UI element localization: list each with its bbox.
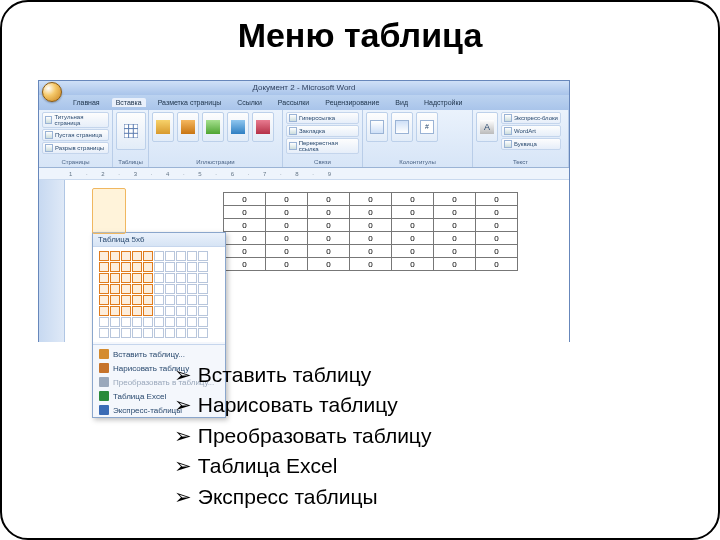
textbox-button[interactable]: A	[476, 112, 498, 142]
grid-picker-cell[interactable]	[110, 284, 120, 294]
grid-picker-cell[interactable]	[198, 306, 208, 316]
grid-picker-cell[interactable]	[143, 273, 153, 283]
grid-picker-cell[interactable]	[198, 328, 208, 338]
grid-picker-cell[interactable]	[143, 295, 153, 305]
grid-picker-cell[interactable]	[110, 306, 120, 316]
grid-picker-cell[interactable]	[165, 273, 175, 283]
grid-picker-cell[interactable]	[121, 284, 131, 294]
grid-picker-cell[interactable]	[99, 317, 109, 327]
grid-picker-cell[interactable]	[143, 306, 153, 316]
grid-picker-cell[interactable]	[143, 262, 153, 272]
smartart-button[interactable]	[227, 112, 249, 142]
grid-picker-cell[interactable]	[110, 251, 120, 261]
shapes-button[interactable]	[202, 112, 224, 142]
grid-picker-cell[interactable]	[99, 251, 109, 261]
grid-picker-cell[interactable]	[187, 262, 197, 272]
grid-picker-cell[interactable]	[110, 262, 120, 272]
grid-picker-cell[interactable]	[154, 306, 164, 316]
ribbon-tab[interactable]: Вставка	[112, 98, 146, 107]
grid-picker-cell[interactable]	[143, 251, 153, 261]
ribbon-small-button[interactable]: Экспресс-блоки	[501, 112, 561, 124]
footer-button[interactable]	[391, 112, 413, 142]
grid-picker-cell[interactable]	[110, 328, 120, 338]
grid-picker-cell[interactable]	[99, 284, 109, 294]
office-orb-icon[interactable]	[42, 82, 62, 102]
grid-picker-cell[interactable]	[121, 317, 131, 327]
grid-picker-cell[interactable]	[132, 273, 142, 283]
grid-picker-cell[interactable]	[99, 328, 109, 338]
grid-picker-cell[interactable]	[198, 273, 208, 283]
grid-picker-cell[interactable]	[187, 273, 197, 283]
table-menu-item[interactable]: Вставить таблицу...	[93, 347, 225, 361]
table-grid-picker[interactable]	[93, 247, 225, 342]
grid-picker-cell[interactable]	[187, 317, 197, 327]
grid-picker-cell[interactable]	[143, 328, 153, 338]
grid-picker-cell[interactable]	[99, 295, 109, 305]
grid-picker-cell[interactable]	[121, 251, 131, 261]
ribbon-small-button[interactable]: WordArt	[501, 125, 561, 137]
grid-picker-cell[interactable]	[132, 317, 142, 327]
header-button[interactable]	[366, 112, 388, 142]
chart-button[interactable]	[252, 112, 274, 142]
grid-picker-cell[interactable]	[176, 328, 186, 338]
grid-picker-cell[interactable]	[121, 273, 131, 283]
ribbon-tab[interactable]: Разметка страницы	[154, 98, 226, 107]
grid-picker-cell[interactable]	[121, 328, 131, 338]
grid-picker-cell[interactable]	[176, 306, 186, 316]
grid-picker-cell[interactable]	[187, 306, 197, 316]
grid-picker-cell[interactable]	[165, 317, 175, 327]
ribbon-small-button[interactable]: Титульная страница	[42, 112, 109, 128]
ribbon-small-button[interactable]: Разрыв страницы	[42, 142, 109, 154]
grid-picker-cell[interactable]	[132, 262, 142, 272]
grid-picker-cell[interactable]	[154, 295, 164, 305]
grid-picker-cell[interactable]	[176, 317, 186, 327]
grid-picker-cell[interactable]	[176, 273, 186, 283]
grid-picker-cell[interactable]	[198, 284, 208, 294]
ribbon-tab[interactable]: Ссылки	[233, 98, 266, 107]
grid-picker-cell[interactable]	[99, 273, 109, 283]
grid-picker-cell[interactable]	[187, 251, 197, 261]
grid-picker-cell[interactable]	[165, 262, 175, 272]
table-button[interactable]	[116, 112, 146, 150]
ribbon-tab[interactable]: Рецензирование	[321, 98, 383, 107]
grid-picker-cell[interactable]	[198, 262, 208, 272]
grid-picker-cell[interactable]	[143, 284, 153, 294]
grid-picker-cell[interactable]	[165, 251, 175, 261]
grid-picker-cell[interactable]	[165, 295, 175, 305]
grid-picker-cell[interactable]	[154, 273, 164, 283]
grid-picker-cell[interactable]	[121, 306, 131, 316]
grid-picker-cell[interactable]	[154, 262, 164, 272]
grid-picker-cell[interactable]	[176, 295, 186, 305]
ribbon-small-button[interactable]: Гиперссылка	[286, 112, 359, 124]
grid-picker-cell[interactable]	[198, 317, 208, 327]
grid-picker-cell[interactable]	[187, 284, 197, 294]
grid-picker-cell[interactable]	[165, 284, 175, 294]
ribbon-small-button[interactable]: Перекрестная ссылка	[286, 138, 359, 154]
grid-picker-cell[interactable]	[99, 262, 109, 272]
ribbon-tab[interactable]: Вид	[391, 98, 412, 107]
grid-picker-cell[interactable]	[121, 262, 131, 272]
ribbon-tab[interactable]: Надстройки	[420, 98, 466, 107]
grid-picker-cell[interactable]	[165, 306, 175, 316]
grid-picker-cell[interactable]	[165, 328, 175, 338]
grid-picker-cell[interactable]	[154, 251, 164, 261]
grid-picker-cell[interactable]	[99, 306, 109, 316]
grid-picker-cell[interactable]	[198, 295, 208, 305]
grid-picker-cell[interactable]	[110, 317, 120, 327]
grid-picker-cell[interactable]	[176, 262, 186, 272]
grid-picker-cell[interactable]	[187, 295, 197, 305]
grid-picker-cell[interactable]	[132, 328, 142, 338]
ribbon-small-button[interactable]: Пустая страница	[42, 129, 109, 141]
grid-picker-cell[interactable]	[132, 284, 142, 294]
grid-picker-cell[interactable]	[110, 273, 120, 283]
grid-picker-cell[interactable]	[121, 295, 131, 305]
ribbon-tab[interactable]: Главная	[69, 98, 104, 107]
grid-picker-cell[interactable]	[110, 295, 120, 305]
grid-picker-cell[interactable]	[143, 317, 153, 327]
ribbon-small-button[interactable]: Закладка	[286, 125, 359, 137]
grid-picker-cell[interactable]	[187, 328, 197, 338]
grid-picker-cell[interactable]	[198, 251, 208, 261]
grid-picker-cell[interactable]	[132, 295, 142, 305]
picture-button[interactable]	[152, 112, 174, 142]
grid-picker-cell[interactable]	[154, 284, 164, 294]
